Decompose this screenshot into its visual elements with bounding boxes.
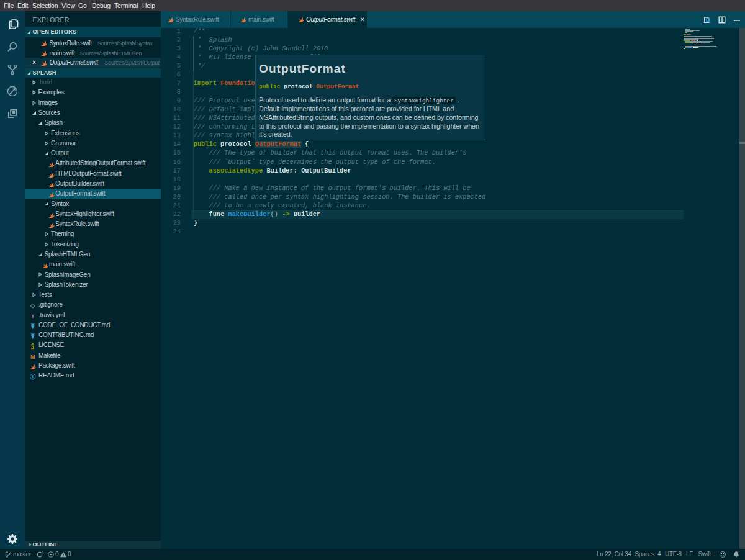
svg-text:!: ! xyxy=(32,313,34,319)
svg-text:M: M xyxy=(30,353,35,359)
